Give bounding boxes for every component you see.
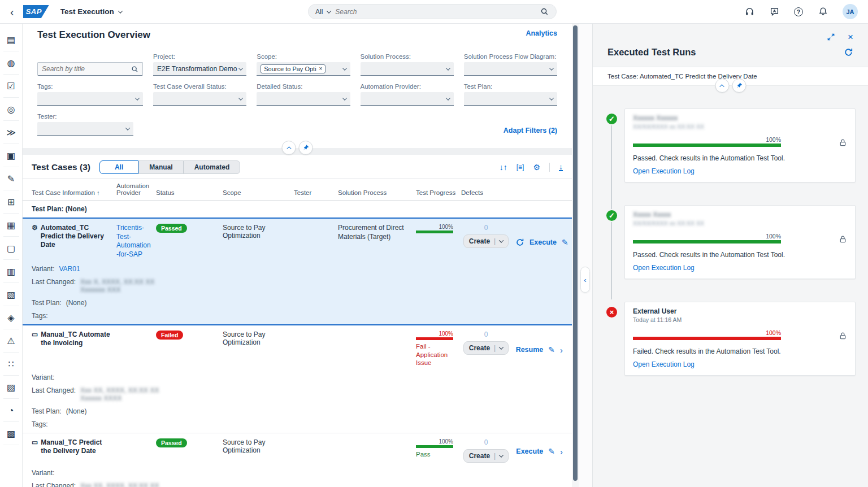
solution-process-link[interactable]: Procurement of Direct Materials (Target) [338, 224, 411, 259]
execute-button[interactable]: Execute [530, 238, 557, 246]
chevrons-icon[interactable]: ≫ [0, 121, 23, 144]
truck-icon[interactable]: ⊞ [0, 190, 23, 214]
open-execution-log-link[interactable]: Open Execution Log [633, 360, 695, 368]
chat-user-icon[interactable] [769, 7, 779, 17]
adapt-filters-link[interactable]: Adapt Filters (2) [461, 127, 557, 136]
avatar[interactable]: JA [843, 4, 858, 19]
project-filter-select[interactable]: E2E Transformation Demo [153, 62, 246, 76]
document-check-icon[interactable]: ▧ [0, 283, 23, 306]
back-icon[interactable]: ‹ [10, 6, 14, 18]
sap-logo[interactable]: SAP [23, 5, 49, 18]
test-plan-filter-select[interactable] [464, 92, 557, 106]
dots-grid-icon[interactable]: ∷ [0, 353, 23, 376]
create-defect-button[interactable]: Create| [463, 449, 509, 463]
overall-status-filter-select[interactable] [153, 92, 246, 106]
help-icon[interactable]: ? [794, 7, 803, 16]
collapse-panel-handle[interactable]: ‹ [580, 267, 590, 293]
report-icon[interactable]: ▨ [0, 376, 23, 399]
calendar-icon[interactable]: ▦ [0, 214, 23, 237]
col-test-progress[interactable]: Test Progress [416, 189, 457, 196]
test-case-name[interactable]: ⚙ Automated_TC Predict the Delivery Date [32, 224, 112, 259]
automation-provider-filter-select[interactable] [361, 92, 454, 106]
global-search[interactable]: All [308, 4, 557, 19]
resume-button[interactable]: Resume [516, 346, 544, 354]
headset-icon[interactable] [744, 7, 754, 17]
col-test-case-information[interactable]: Test Case Information ↑ [32, 189, 112, 196]
title-search-input[interactable] [42, 65, 131, 73]
defects-count[interactable]: 0 [461, 438, 511, 446]
defects-count[interactable]: 0 [461, 224, 511, 232]
variant-link[interactable]: VAR01 [59, 265, 80, 273]
detailed-status-filter-select[interactable] [257, 92, 350, 106]
search-input[interactable] [335, 8, 535, 16]
solution-process-filter-select[interactable] [361, 62, 454, 76]
scope-filter-token[interactable]: Source to Pay Opti × [261, 64, 326, 73]
pin-filters-button[interactable] [299, 141, 313, 155]
display-icon[interactable]: ▣ [0, 144, 23, 167]
checklist-icon[interactable]: ☑ [0, 75, 23, 98]
create-defect-button[interactable]: Create| [463, 234, 509, 248]
app-title-menu[interactable]: Test Execution [60, 7, 122, 16]
sort-icon[interactable]: ↓↑ [500, 163, 507, 172]
page-icon[interactable]: ▢ [0, 237, 23, 260]
tab-automated[interactable]: Automated [184, 160, 241, 174]
test-run-card[interactable]: × External User Today at 11:16 AM 100% F… [624, 302, 856, 376]
scope-filter-select[interactable]: Source to Pay Opti × [257, 62, 350, 76]
pin-runs-button[interactable] [732, 79, 746, 93]
test-run-card[interactable]: ✓ Xxxxx Xxxxx XX/XX/XXXX xx XX:XX XX 100… [624, 205, 856, 279]
remove-token-icon[interactable]: × [319, 66, 323, 72]
col-status[interactable]: Status [156, 189, 218, 196]
download-icon[interactable]: ↓ [559, 163, 563, 172]
expand-panel-icon[interactable] [827, 33, 835, 41]
scrollbar-thumb[interactable] [573, 25, 578, 481]
warning-triangle-icon[interactable]: ⚠ [0, 329, 23, 353]
test-run-card[interactable]: ✓ Xxxxxx Xxxxxx XX/XX/XXXX xx XX:XX XX 1… [624, 108, 856, 182]
col-tester[interactable]: Tester [294, 189, 333, 196]
target-icon[interactable]: ◎ [0, 98, 23, 121]
close-icon[interactable]: × [848, 33, 853, 41]
globe-icon[interactable]: ◍ [0, 51, 23, 75]
col-solution-process[interactable]: Solution Process [338, 189, 411, 196]
clipboard-check-icon[interactable]: ▥ [0, 260, 23, 283]
collapse-runs-button[interactable] [715, 79, 729, 93]
search-scope-select[interactable]: All [315, 8, 331, 16]
shield-check-icon[interactable]: ◈ [0, 306, 23, 329]
col-automation-provider[interactable]: Automation Provider [116, 182, 151, 196]
table-settings-gear-icon[interactable]: ⚙ [533, 163, 540, 172]
defects-count[interactable]: 0 [461, 331, 511, 338]
execute-button[interactable]: Execute [516, 447, 543, 455]
table-row[interactable]: ▭ Manual_TC Predict the Delivery Date Pa… [23, 433, 572, 487]
refresh-icon[interactable] [515, 238, 524, 247]
vertical-scrollbar[interactable] [572, 24, 579, 487]
open-execution-log-link[interactable]: Open Execution Log [633, 264, 695, 272]
open-execution-log-link[interactable]: Open Execution Log [633, 167, 695, 175]
tab-manual[interactable]: Manual [138, 160, 183, 174]
bell-icon[interactable] [818, 7, 828, 17]
edit-pencil-icon[interactable]: ✎ [562, 238, 568, 247]
table-row[interactable]: ⚙ Automated_TC Predict the Delivery Date… [23, 219, 572, 325]
edit-pencil-icon[interactable]: ✎ [548, 345, 555, 354]
test-case-name[interactable]: ▭ Manual_TC Automate the Invoicing [32, 331, 112, 367]
table-row[interactable]: ▭ Manual_TC Automate the Invoicing Faile… [23, 325, 572, 433]
create-defect-button[interactable]: Create| [463, 341, 509, 355]
tags-filter-select[interactable] [37, 92, 143, 106]
automation-provider-link[interactable]: Tricentis-Test-Automation-for-SAP [116, 224, 151, 259]
search-icon[interactable] [131, 65, 138, 73]
edit-pencil-icon[interactable]: ✎ [548, 447, 555, 456]
analytics-link[interactable]: Analytics [526, 29, 557, 37]
refresh-icon[interactable] [844, 47, 853, 57]
tester-filter-select[interactable] [37, 122, 133, 136]
worklist-person-icon[interactable]: ▤ [0, 28, 23, 51]
test-case-name[interactable]: ▭ Manual_TC Predict the Delivery Date [32, 438, 112, 463]
col-scope[interactable]: Scope [223, 189, 289, 196]
image-icon[interactable]: ▩ [0, 422, 23, 445]
tab-all[interactable]: All [99, 160, 138, 174]
row-chevron-icon[interactable]: › [560, 447, 563, 456]
stopwatch-icon[interactable]: ◔ [0, 399, 23, 422]
title-search-field[interactable] [37, 62, 143, 76]
collapse-filters-button[interactable] [282, 141, 296, 155]
flow-diagram-filter-select[interactable] [464, 62, 557, 76]
col-defects[interactable]: Defects [461, 189, 511, 196]
sort-ascending-icon[interactable]: ↑ [97, 189, 99, 196]
group-icon[interactable]: [≡] [517, 163, 524, 171]
